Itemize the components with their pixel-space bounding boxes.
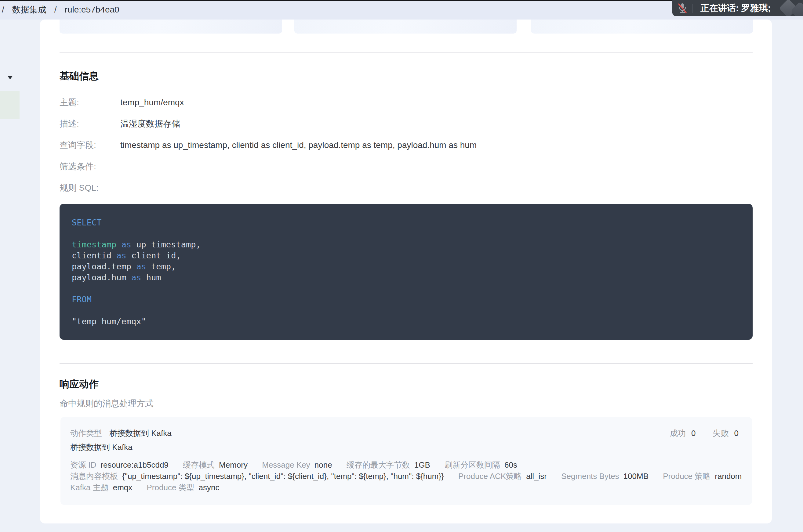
message-key-label: Message Key <box>262 460 310 470</box>
detail-row-3: Kafka 主题emqx Produce 类型async <box>70 482 738 493</box>
success-label: 成功 <box>670 428 686 439</box>
resource-id-label: 资源 ID <box>70 460 96 470</box>
breadcrumb-separator: / <box>2 5 4 15</box>
bridge-name: 桥接数据到 Kafka <box>70 442 738 453</box>
info-row-query-fields: 查询字段: timestamp as up_timestamp, clienti… <box>59 140 753 151</box>
actions-subtitle: 命中规则的消息处理方式 <box>59 398 153 410</box>
speaking-overlay: 正在讲话: 罗雅琪; <box>672 0 803 16</box>
segments-bytes-label: Segments Bytes <box>561 472 619 481</box>
detail-row-1: 资源 IDresource:a1b5cdd9 缓存模式Memory Messag… <box>70 459 738 471</box>
fail-count: 0 <box>734 429 738 438</box>
section-divider <box>59 363 753 364</box>
sql-field-line: payload.temp as temp, <box>72 261 741 272</box>
description-label: 描述: <box>59 118 79 129</box>
info-row-rule-sql: 规则 SQL: <box>59 183 753 193</box>
produce-ack-label: Produce ACK策略 <box>458 472 522 481</box>
kafka-topic-value: emqx <box>113 483 132 492</box>
topic-label: 主题: <box>59 97 79 108</box>
sql-keyword-select: SELECT <box>72 218 102 227</box>
success-count: 0 <box>691 429 695 438</box>
filter-label: 筛选条件: <box>59 161 96 172</box>
info-row-description: 描述: 温湿度数据存储 <box>59 118 753 129</box>
breadcrumb-separator: / <box>54 5 57 15</box>
description-value: 温湿度数据存储 <box>120 118 180 129</box>
sql-keyword-from: FROM <box>72 295 92 304</box>
produce-type-label: Produce 类型 <box>147 483 195 492</box>
produce-strategy-label: Produce 策略 <box>663 472 711 481</box>
action-detail-rows: 资源 IDresource:a1b5cdd9 缓存模式Memory Messag… <box>70 459 738 493</box>
action-stats: 成功 0 失败 0 <box>670 428 738 439</box>
kafka-topic-label: Kafka 主题 <box>70 483 109 492</box>
cache-mode-value: Memory <box>219 460 248 470</box>
cache-mode-label: 缓存模式 <box>183 460 215 470</box>
refresh-interval-value: 60s <box>505 460 517 470</box>
rule-sql-label: 规则 SQL: <box>59 183 98 193</box>
max-cache-bytes-value: 1GB <box>414 460 430 470</box>
section-divider <box>59 53 753 53</box>
info-row-topic: 主题: temp_hum/emqx <box>59 97 753 108</box>
produce-strategy-value: random <box>715 472 742 481</box>
produce-type-value: async <box>199 483 220 492</box>
refresh-interval-label: 刷新分区数间隔 <box>444 460 500 470</box>
info-row-filter: 筛选条件: <box>59 161 753 172</box>
max-cache-bytes-label: 缓存的最大字节数 <box>347 460 410 470</box>
segments-bytes-value: 100MB <box>623 472 649 481</box>
detail-row-2: 消息内容模板{"up_timestamp": ${up_timestamp}, … <box>70 471 738 482</box>
microphone-muted-icon <box>677 2 688 14</box>
message-key-value: none <box>314 460 332 470</box>
rule-sql-code-block: SELECT timestamp as up_timestamp, client… <box>59 204 753 340</box>
resource-id-value: resource:a1b5cdd9 <box>101 460 168 470</box>
overlay-divider <box>692 4 692 13</box>
actions-title: 响应动作 <box>59 378 98 391</box>
produce-ack-value: all_isr <box>526 472 547 481</box>
sql-table-name: "temp_hum/emqx" <box>72 317 146 326</box>
action-type-row: 动作类型 桥接数据到 Kafka <box>70 428 171 439</box>
speaking-status-text: 正在讲话: 罗雅琪; <box>700 2 771 14</box>
rule-detail-content: 基础信息 主题: temp_hum/emqx 描述: 温湿度数据存储 查询字段:… <box>0 0 803 532</box>
action-type-value: 桥接数据到 Kafka <box>109 428 171 439</box>
query-fields-value: timestamp as up_timestamp, clientid as c… <box>120 140 477 151</box>
sql-field-line: timestamp as up_timestamp, <box>72 239 741 250</box>
topic-value: temp_hum/emqx <box>120 97 184 108</box>
basic-info-title: 基础信息 <box>59 70 98 83</box>
sql-field-line: payload.hum as hum <box>72 272 741 283</box>
fail-label: 失败 <box>713 428 729 439</box>
breadcrumb-data-integration[interactable]: 数据集成 <box>12 4 47 16</box>
payload-template-value: {"up_timestamp": ${up_timestamp}, "clien… <box>122 472 444 481</box>
query-fields-label: 查询字段: <box>59 140 96 151</box>
action-card: 动作类型 桥接数据到 Kafka 成功 0 失败 0 桥接数据到 Kafka 资… <box>60 417 752 505</box>
breadcrumb: / 数据集成 / rule:e57b4ea0 <box>0 4 120 16</box>
breadcrumb-rule-id[interactable]: rule:e57b4ea0 <box>65 5 120 15</box>
sql-field-line: clientid as client_id, <box>72 250 741 261</box>
action-type-label: 动作类型 <box>70 428 102 439</box>
payload-template-label: 消息内容模板 <box>70 472 118 481</box>
